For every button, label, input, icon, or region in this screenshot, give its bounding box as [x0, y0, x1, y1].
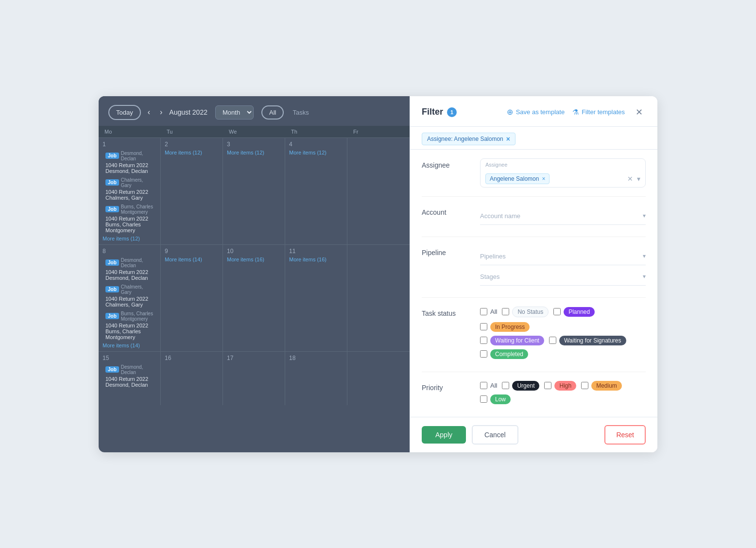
apply-button[interactable]: Apply: [422, 426, 466, 444]
task-status-waiting-signatures-item[interactable]: Waiting for Signatures: [549, 336, 626, 345]
medium-badge: Medium: [591, 381, 622, 391]
task-status-all-checkbox[interactable]: [480, 308, 487, 315]
assignee-tag: Angelene Salomon ×: [485, 173, 550, 184]
assignee-remove-button[interactable]: ×: [542, 175, 545, 182]
in-progress-badge: In Progress: [490, 322, 530, 332]
tasks-button[interactable]: Tasks: [288, 106, 313, 119]
day-num: 8: [103, 248, 156, 255]
priority-row-2: Low: [480, 394, 646, 404]
more-items[interactable]: More items (12): [227, 150, 281, 155]
priority-medium-item[interactable]: Medium: [581, 381, 622, 391]
filter-body: Assignee Assignee Angelene Salomon × ✕ ▾: [410, 150, 657, 417]
more-items[interactable]: More items (12): [165, 150, 219, 155]
more-items[interactable]: More items (12): [103, 236, 156, 241]
task-status-completed-checkbox[interactable]: [480, 350, 487, 358]
filter-tag-text: Assignee: Angelene Salomon: [427, 136, 503, 142]
task-status-waiting-client-item[interactable]: Waiting for Client: [480, 336, 544, 345]
save-template-button[interactable]: ⊕ Save as template: [507, 107, 565, 117]
task-status-row-2: Waiting for Client Waiting for Signature…: [480, 336, 646, 345]
day-num: 2: [165, 141, 219, 148]
chevron-down-icon[interactable]: ▾: [637, 175, 640, 183]
calendar-event[interactable]: JobChalmers, Gary 1040 Return 2022 Chalm…: [103, 176, 156, 202]
day-num: 10: [227, 248, 281, 255]
assignee-input-box[interactable]: Assignee Angelene Salomon × ✕ ▾: [480, 158, 646, 188]
day-num: 17: [227, 355, 281, 361]
priority-low-item[interactable]: Low: [480, 394, 511, 404]
next-button[interactable]: ›: [157, 106, 165, 119]
account-dropdown[interactable]: Account name ▾: [480, 207, 646, 225]
priority-all-item[interactable]: All: [480, 382, 497, 389]
calendar-week-2: 8 JobDesmond, Declan 1040 Return 2022 De…: [99, 244, 410, 351]
assignee-inner-label: Assignee: [485, 162, 640, 168]
cancel-button[interactable]: Cancel: [472, 425, 518, 445]
waiting-signatures-badge: Waiting for Signatures: [559, 336, 626, 345]
priority-high-checkbox[interactable]: [544, 382, 551, 389]
task-status-planned-checkbox[interactable]: [553, 308, 561, 315]
task-status-no-status-checkbox[interactable]: [502, 308, 509, 315]
month-select[interactable]: Month: [215, 105, 254, 120]
cal-cell-19: [347, 352, 410, 405]
priority-high-item[interactable]: High: [544, 381, 576, 391]
assignee-filter-row: Assignee Assignee Angelene Salomon × ✕ ▾: [422, 150, 646, 197]
priority-urgent-checkbox[interactable]: [502, 382, 509, 389]
cal-cell-12: [347, 245, 410, 351]
calendar-header: Today ‹ › August 2022 Month All Tasks: [99, 96, 410, 126]
more-items[interactable]: More items (16): [289, 257, 343, 262]
calendar-date-label: August 2022: [169, 108, 207, 116]
low-badge: Low: [490, 394, 511, 404]
filter-tag-close-button[interactable]: ×: [506, 135, 510, 143]
day-header-mo: Mo: [99, 126, 161, 137]
calendar-event[interactable]: JobChalmers, Gary 1040 Return 2022 Chalm…: [103, 283, 156, 308]
priority-urgent-item[interactable]: Urgent: [502, 381, 539, 391]
day-num: 15: [103, 355, 156, 361]
more-items[interactable]: More items (12): [289, 150, 343, 155]
filter-templates-button[interactable]: ⚗ Filter templates: [572, 108, 625, 117]
prev-button[interactable]: ‹: [145, 106, 153, 119]
day-header-we: We: [223, 126, 285, 137]
pipelines-chevron-icon: ▾: [643, 253, 646, 259]
task-status-planned-item[interactable]: Planned: [553, 307, 595, 317]
pipelines-dropdown[interactable]: Pipelines ▾: [480, 248, 646, 265]
task-status-in-progress-checkbox[interactable]: [480, 323, 487, 330]
priority-row-1: All Urgent High Medium: [480, 381, 646, 391]
today-button[interactable]: Today: [108, 105, 141, 120]
day-num: 3: [227, 141, 281, 148]
pipeline-content: Pipelines ▾ Stages ▾: [480, 246, 646, 289]
more-items[interactable]: More items (14): [165, 257, 219, 262]
priority-all-checkbox[interactable]: [480, 382, 487, 389]
close-button[interactable]: ✕: [633, 106, 646, 119]
more-items[interactable]: More items (16): [227, 257, 281, 262]
task-status-no-status-item[interactable]: No Status: [502, 307, 549, 317]
clear-icon[interactable]: ✕: [627, 175, 633, 183]
pipelines-placeholder: Pipelines: [480, 253, 506, 260]
calendar-event[interactable]: JobDesmond, Declan 1040 Return 2022 Desm…: [103, 363, 156, 389]
more-items[interactable]: More items (14): [103, 342, 156, 348]
task-status-waiting-client-checkbox[interactable]: [480, 337, 487, 344]
calendar-event[interactable]: JobBurns, Charles Montgomery 1040 Return…: [103, 310, 156, 341]
stages-chevron-icon: ▾: [643, 273, 646, 280]
task-status-completed-item[interactable]: Completed: [480, 349, 528, 359]
task-status-row-3: Completed: [480, 349, 646, 359]
calendar-grid: Mo Tu We Th Fr 1 JobDesmond, Declan 1040…: [99, 126, 410, 405]
task-status-row-1: All No Status Planned In Progress: [480, 307, 646, 332]
day-num: 11: [289, 248, 343, 255]
calendar-event[interactable]: JobDesmond, Declan 1040 Return 2022 Desm…: [103, 257, 156, 282]
calendar-event[interactable]: JobBurns, Charles Montgomery 1040 Return…: [103, 203, 156, 234]
completed-badge: Completed: [490, 349, 528, 359]
all-button[interactable]: All: [261, 105, 284, 120]
task-status-in-progress-item[interactable]: In Progress: [480, 322, 530, 332]
filter-footer: Apply Cancel Reset: [410, 417, 657, 452]
priority-low-checkbox[interactable]: [480, 395, 487, 403]
day-num: 18: [289, 355, 343, 361]
task-status-all-item[interactable]: All: [480, 308, 497, 315]
task-status-waiting-signatures-checkbox[interactable]: [549, 337, 556, 344]
calendar-event[interactable]: JobDesmond, Declan 1040 Return 2022 Desm…: [103, 150, 156, 175]
day-num: 16: [165, 355, 219, 361]
cal-cell-8: 8 JobDesmond, Declan 1040 Return 2022 De…: [99, 245, 161, 351]
cal-cell-11: 11 More items (16): [285, 245, 347, 351]
stages-dropdown[interactable]: Stages ▾: [480, 268, 646, 286]
day-header-th: Th: [285, 126, 347, 137]
reset-button[interactable]: Reset: [604, 425, 646, 445]
cal-cell-4: 4 More items (12): [285, 138, 347, 244]
priority-medium-checkbox[interactable]: [581, 382, 588, 389]
